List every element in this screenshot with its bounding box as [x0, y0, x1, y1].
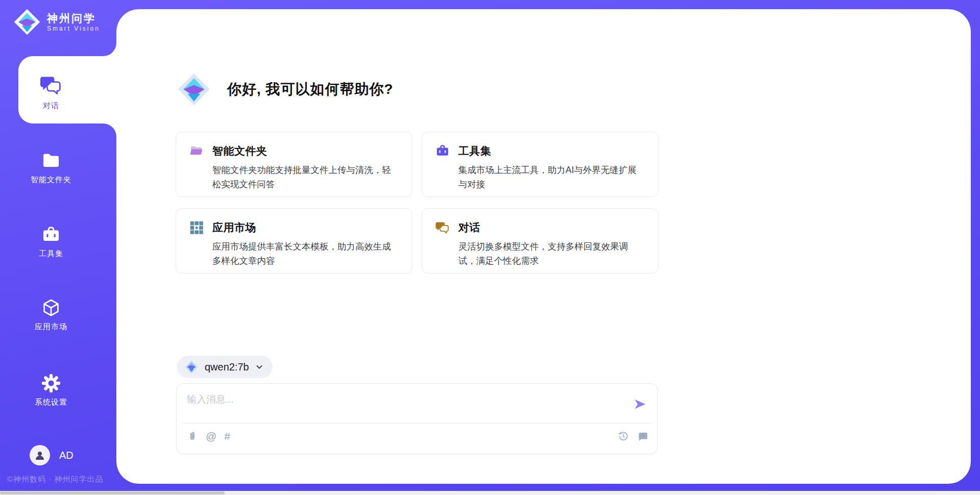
horizontal-scrollbar[interactable]: [0, 491, 980, 495]
card-description: 智能文件夹功能支持批量文件上传与清洗，轻松实现文件问答: [212, 163, 394, 191]
assistant-gem-icon: [177, 72, 211, 106]
model-selector[interactable]: qwen2:7b: [177, 356, 273, 378]
folder-icon: [41, 151, 61, 170]
avatar: [30, 445, 50, 465]
brand-subtitle: Smart Vision: [47, 25, 100, 32]
app-grid-icon: [189, 220, 204, 235]
chat-bubbles-icon: [40, 74, 62, 96]
toolbox-icon: [435, 144, 450, 158]
brand-name: 神州问学: [47, 12, 100, 25]
folder-open-icon: [189, 144, 204, 158]
person-icon: [34, 449, 46, 461]
toolbox-icon: [41, 225, 61, 244]
brand-gem-icon: [13, 8, 41, 36]
card-app-market[interactable]: 应用市场 应用市场提供丰富长文本模板，助力高效生成多样化文章内容: [176, 208, 412, 274]
card-description: 应用市场提供丰富长文本模板，助力高效生成多样化文章内容: [212, 239, 394, 268]
hashtag-icon[interactable]: #: [224, 431, 230, 442]
sidebar-item-smart-folder[interactable]: 智能文件夹: [0, 151, 102, 185]
copyright-text: ©神州数码 · 神州问学出品: [7, 475, 103, 484]
sidebar-item-label: 应用市场: [35, 322, 67, 332]
history-icon[interactable]: [618, 431, 629, 442]
card-description: 灵活切换多模型文件，支持多样回复效果调试，满足个性化需求: [458, 239, 640, 268]
greeting-title: 你好, 我可以如何帮助你?: [227, 80, 394, 99]
brand-logo: 神州问学 Smart Vision: [13, 8, 100, 36]
cube-icon: [41, 298, 61, 317]
mention-icon[interactable]: @: [206, 431, 216, 442]
send-button[interactable]: [633, 397, 647, 411]
send-icon: [633, 397, 647, 411]
card-title: 智能文件夹: [212, 144, 267, 158]
card-title: 应用市场: [212, 220, 256, 235]
user-account[interactable]: AD: [30, 445, 74, 465]
chat-bubbles-icon: [435, 220, 450, 235]
sidebar-item-toolset[interactable]: 工具集: [0, 225, 102, 259]
model-gem-icon: [184, 360, 199, 374]
sidebar-item-label: 对话: [43, 101, 59, 111]
card-title: 对话: [458, 220, 480, 235]
sidebar-item-label: 工具集: [39, 249, 63, 259]
composer-divider: [183, 423, 651, 424]
message-composer: @ #: [176, 383, 658, 454]
feature-cards: 智能文件夹 智能文件夹功能支持批量文件上传与清洗，轻松实现文件问答 工具集 集成…: [176, 132, 658, 274]
sidebar-item-settings[interactable]: 系统设置: [0, 374, 102, 407]
attachment-icon[interactable]: [187, 431, 198, 442]
model-name: qwen2:7b: [205, 361, 249, 373]
card-title: 工具集: [458, 144, 492, 158]
card-toolset[interactable]: 工具集 集成市场上主流工具，助力AI与外界无缝扩展与对接: [422, 132, 658, 197]
chevron-down-icon: [255, 363, 263, 371]
sidebar-item-label: 智能文件夹: [31, 175, 71, 185]
card-smart-folder[interactable]: 智能文件夹 智能文件夹功能支持批量文件上传与清洗，轻松实现文件问答: [176, 132, 412, 197]
scrollbar-thumb[interactable]: [0, 491, 225, 494]
greeting: 你好, 我可以如何帮助你?: [177, 72, 394, 106]
feedback-bubble-icon[interactable]: [637, 431, 648, 442]
card-chat[interactable]: 对话 灵活切换多模型文件，支持多样回复效果调试，满足个性化需求: [422, 208, 658, 274]
user-initials: AD: [59, 450, 74, 461]
sidebar-item-label: 系统设置: [35, 398, 67, 407]
gear-icon: [41, 374, 61, 393]
message-input[interactable]: [187, 393, 616, 419]
card-description: 集成市场上主流工具，助力AI与外界无缝扩展与对接: [458, 163, 640, 191]
sidebar-item-chat[interactable]: 对话: [0, 74, 102, 111]
sidebar-item-app-market[interactable]: 应用市场: [0, 298, 102, 332]
